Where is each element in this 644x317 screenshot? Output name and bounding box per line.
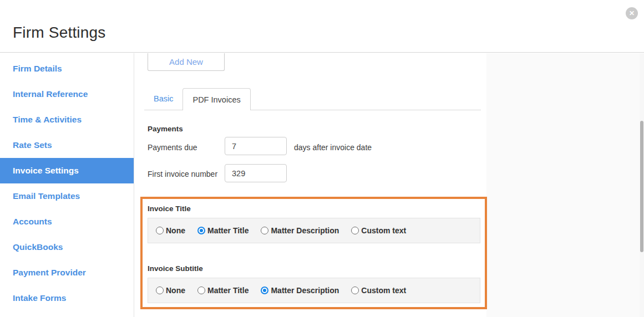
radio-icon [261,227,268,234]
radio-option-label: Matter Title [207,286,249,295]
invoice-subtitle-option-matter-description[interactable]: Matter Description [261,286,339,295]
sidebar-item-accounts[interactable]: Accounts [0,209,134,234]
invoice-title-option-none[interactable]: None [156,226,185,235]
first-invoice-number-label: First invoice number [148,170,217,178]
sidebar-item-intake-forms[interactable]: Intake Forms [0,285,134,311]
radio-icon [156,227,164,234]
invoice-title-options: NoneMatter TitleMatter DescriptionCustom… [148,218,480,243]
radio-icon [197,227,205,234]
modal-header: Firm Settings ✕ [0,0,644,53]
first-invoice-number-input[interactable] [225,164,287,182]
content-right-background [486,53,640,317]
invoice-subtitle-option-none[interactable]: None [156,286,185,295]
radio-icon [351,227,359,234]
tab-basic[interactable]: Basic [144,88,182,110]
radio-option-label: Matter Description [271,286,339,295]
invoice-title-label: Invoice Title [148,204,191,213]
firm-settings-modal: Firm Settings ✕ Firm DetailsInternal Ref… [0,0,644,317]
radio-option-label: None [166,226,185,235]
sidebar-item-quickbooks[interactable]: QuickBooks [0,234,134,260]
invoice-subtitle-option-custom-text[interactable]: Custom text [351,286,406,295]
radio-option-label: None [166,286,185,295]
payments-heading: Payments [148,125,183,133]
invoice-title-option-custom-text[interactable]: Custom text [351,226,406,235]
sidebar-item-email-templates[interactable]: Email Templates [0,183,134,209]
main-content: Add New Basic PDF Invoices Payments Paym… [134,53,644,317]
radio-option-label: Custom text [361,226,406,235]
radio-option-label: Custom text [361,286,406,295]
settings-sidebar: Firm DetailsInternal ReferenceTime & Act… [0,53,134,317]
sidebar-item-invoice-settings[interactable]: Invoice Settings [0,158,134,183]
tab-pdf-invoices[interactable]: PDF Invoices [182,88,250,110]
invoice-title-option-matter-description[interactable]: Matter Description [261,226,339,235]
radio-option-label: Matter Title [207,226,249,235]
sidebar-item-internal-reference[interactable]: Internal Reference [0,81,134,107]
radio-icon [351,287,359,294]
radio-icon [261,287,268,294]
sidebar-item-time-activities[interactable]: Time & Activities [0,107,134,132]
radio-icon [197,287,205,294]
sidebar-item-payment-provider[interactable]: Payment Provider [0,260,134,285]
payments-due-input[interactable] [225,137,287,155]
payments-due-label: Payments due [148,143,197,152]
invoice-subtitle-options: NoneMatter TitleMatter DescriptionCustom… [148,278,480,303]
invoice-subtitle-option-matter-title[interactable]: Matter Title [197,286,249,295]
close-button[interactable]: ✕ [626,7,638,19]
payments-due-suffix: days after invoice date [294,143,372,152]
sidebar-item-rate-sets[interactable]: Rate Sets [0,132,134,158]
radio-icon [156,287,164,294]
invoice-title-option-matter-title[interactable]: Matter Title [197,226,249,235]
scrollbar[interactable] [640,53,644,317]
invoice-subtitle-label: Invoice Subtitle [148,264,203,273]
page-title: Firm Settings [13,24,106,42]
add-new-button[interactable]: Add New [148,53,225,71]
sidebar-item-firm-details[interactable]: Firm Details [0,56,134,81]
close-icon: ✕ [629,9,635,17]
tab-bar: Basic PDF Invoices [144,88,481,110]
radio-option-label: Matter Description [271,226,339,235]
scrollbar-thumb[interactable] [640,121,643,252]
